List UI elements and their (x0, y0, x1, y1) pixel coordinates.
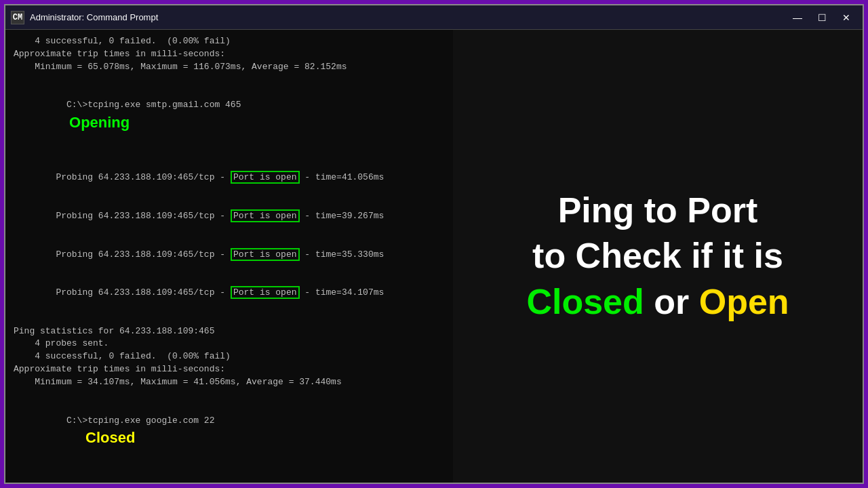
minimize-button[interactable]: — (787, 9, 808, 26)
right-status-line: Closed or Open (526, 279, 789, 325)
port-open-status: Port is open (231, 209, 300, 222)
close-button[interactable]: ✕ (835, 9, 857, 26)
terminal-line (14, 389, 445, 402)
maximize-button[interactable]: ☐ (811, 9, 833, 26)
window-title: Administrator: Command Prompt (30, 12, 787, 22)
title-bar: CM Administrator: Command Prompt — ☐ ✕ (5, 5, 863, 30)
tcping-open-command: C:\>tcping.exe smtp.gmail.com 465 Openin… (14, 86, 445, 146)
terminal-line (14, 74, 445, 87)
tcping-closed-command: C:\>tcping.exe google.com 22 Closed (14, 402, 445, 462)
open-text: Open (699, 282, 789, 321)
right-title-line1: Ping to Port (558, 188, 758, 234)
probe-open-4: Probing 64.233.188.109:465/tcp - Port is… (14, 274, 445, 312)
right-info-pane: Ping to Port to Check if it is Closed or… (453, 30, 863, 483)
probe-closed-1: Probing 142.250.206.206:22/tcp - No resp… (14, 474, 445, 483)
terminal-line: 4 successful, 0 failed. (0.00% fail) (14, 35, 445, 48)
window-icon: CM (11, 11, 24, 24)
terminal-line: Minimum = 65.078ms, Maximum = 116.073ms,… (14, 61, 445, 74)
probe-open-1: Probing 64.233.188.109:465/tcp - Port is… (14, 159, 445, 198)
closed-label: Closed (85, 429, 135, 446)
probe-open-3: Probing 64.233.188.109:465/tcp - Port is… (14, 236, 445, 274)
closed-text: Closed (526, 282, 644, 321)
opening-label: Opening (69, 114, 130, 131)
ping-stats-open-trip: Approximate trip times in milli-seconds: (14, 363, 445, 376)
terminal-line (14, 146, 445, 159)
port-open-status: Port is open (231, 171, 300, 184)
right-title-line2: to Check if it is (532, 233, 783, 279)
content-area: 4 successful, 0 failed. (0.00% fail) App… (5, 30, 863, 483)
terminal-line (14, 312, 445, 325)
port-open-status: Port is open (231, 286, 300, 299)
port-open-status: Port is open (231, 248, 300, 261)
tcping-closed-section: C:\>tcping.exe google.com 22 Closed (14, 402, 445, 462)
ping-stats-open-sent: 4 probes sent. (14, 338, 445, 350)
ping-stats-open-header: Ping statistics for 64.233.188.109:465 (14, 325, 445, 338)
ping-stats-open-success: 4 successful, 0 failed. (0.00% fail) (14, 350, 445, 363)
terminal-line (14, 462, 445, 474)
window-controls: — ☐ ✕ (787, 9, 857, 26)
probe-open-2: Probing 64.233.188.109:465/tcp - Port is… (14, 197, 445, 236)
tcping-open-section: C:\>tcping.exe smtp.gmail.com 465 Openin… (14, 86, 445, 146)
command-prompt-window: CM Administrator: Command Prompt — ☐ ✕ 4… (4, 4, 864, 484)
terminal-pane[interactable]: 4 successful, 0 failed. (0.00% fail) App… (5, 30, 453, 483)
or-text: or (644, 282, 699, 321)
ping-stats-open-times: Minimum = 34.107ms, Maximum = 41.056ms, … (14, 376, 445, 389)
terminal-line: Approximate trip times in milli-seconds: (14, 48, 445, 61)
